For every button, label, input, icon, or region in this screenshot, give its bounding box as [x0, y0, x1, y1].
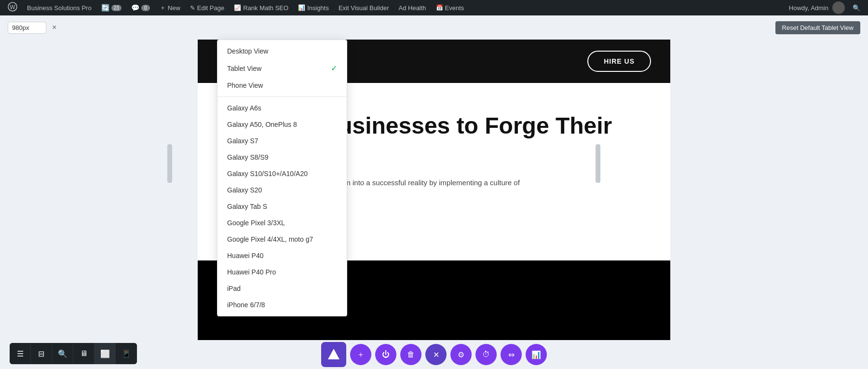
events-btn[interactable]: 📅 Events — [432, 0, 468, 15]
hero-title-visible: usinesses to Forge Their — [338, 113, 612, 138]
device-galaxy-s7[interactable]: Galaxy S7 — [217, 133, 347, 149]
edit-page-label: Edit Page — [197, 4, 224, 12]
insights-icon: 📊 — [298, 4, 305, 11]
mobile-icon-btn[interactable]: 📱 — [116, 343, 137, 364]
events-icon: 📅 — [436, 4, 443, 11]
tablet-view-label: Tablet View — [227, 65, 261, 72]
search-admin-icon: 🔍 — [853, 4, 860, 12]
updates-btn[interactable]: 🔄 23 — [97, 0, 125, 15]
wp-logo-btn[interactable]: W — [4, 0, 21, 15]
resize-handle-right[interactable] — [596, 144, 600, 183]
howdy-btn[interactable]: Howdy, Admin — [785, 1, 849, 14]
device-huawei-p40-pro-label: Huawei P40 Pro — [227, 268, 276, 276]
comments-btn[interactable]: 💬 0 — [127, 0, 154, 15]
device-huawei-p40-pro[interactable]: Huawei P40 Pro — [217, 264, 347, 280]
close-btn[interactable]: ✕ — [425, 344, 447, 365]
desktop-view-item[interactable]: Desktop View — [217, 43, 347, 59]
close-icon: ✕ — [433, 350, 439, 359]
grid-icon-btn[interactable]: ⊟ — [31, 343, 52, 364]
device-galaxy-s20[interactable]: Galaxy S20 — [217, 182, 347, 198]
device-iphone-678[interactable]: iPhone 6/7/8 — [217, 297, 347, 313]
dropdown-view-section: Desktop View Tablet View ✓ Phone View — [217, 40, 347, 97]
device-iphone-678-label: iPhone 6/7/8 — [227, 301, 265, 309]
timer-btn[interactable]: ⏱ — [475, 344, 497, 365]
device-galaxy-a50[interactable]: Galaxy A50, OnePlus 8 — [217, 116, 347, 133]
device-google-pixel-4-label: Google Pixel 4/4XL, moto g7 — [227, 235, 313, 243]
ad-health-label: Ad Health — [399, 4, 426, 12]
device-galaxy-s8s9[interactable]: Galaxy S8/S9 — [217, 149, 347, 165]
search-icon: 🔍 — [58, 349, 68, 358]
phone-view-item[interactable]: Phone View — [217, 77, 347, 94]
device-ipad-label: iPad — [227, 285, 241, 292]
width-input[interactable] — [8, 22, 46, 34]
add-element-btn[interactable]: ＋ — [350, 344, 371, 365]
settings-btn[interactable]: ⚙ — [450, 344, 472, 365]
resize-handle-left[interactable] — [167, 144, 172, 183]
hire-us-btn[interactable]: HIRE US — [587, 51, 651, 72]
tablet-view-item[interactable]: Tablet View ✓ — [217, 59, 347, 77]
tablet-icon: ⬜ — [100, 349, 110, 358]
rank-math-btn[interactable]: 📈 Rank Math SEO — [230, 0, 292, 15]
view-toolbar: × Reset Default Tablet View — [0, 15, 868, 40]
rank-math-label: Rank Math SEO — [243, 4, 288, 12]
device-google-pixel-3-label: Google Pixel 3/3XL — [227, 219, 285, 227]
device-google-pixel-4[interactable]: Google Pixel 4/4XL, moto g7 — [217, 231, 347, 247]
builder-toolbar: ☰ ⊟ 🔍 🖥 ⬜ 📱 ＋ — [0, 340, 868, 369]
desktop-icon-btn[interactable]: 🖥 — [73, 343, 95, 364]
preview-area: HIRE US We help Businesses to Forge Thei… — [0, 40, 868, 340]
timer-icon: ⏱ — [482, 350, 490, 359]
search-icon-btn[interactable]: 🔍 — [52, 343, 73, 364]
power-btn[interactable]: ⏻ — [375, 344, 396, 365]
site-name-btn[interactable]: Business Solutions Pro — [23, 0, 95, 15]
menu-icon: ☰ — [17, 349, 24, 358]
chart-btn[interactable]: 📊 — [526, 344, 547, 365]
power-icon: ⏻ — [382, 350, 390, 359]
tablet-view-check-icon: ✓ — [331, 64, 337, 73]
new-label: New — [168, 4, 180, 12]
reset-tablet-view-btn[interactable]: Reset Default Tablet View — [775, 21, 860, 34]
howdy-label: Howdy, Admin — [789, 4, 828, 12]
updates-icon: 🔄 — [101, 4, 109, 12]
device-google-pixel-3[interactable]: Google Pixel 3/3XL — [217, 215, 347, 231]
phone-view-label: Phone View — [227, 82, 263, 89]
device-huawei-p40[interactable]: Huawei P40 — [217, 247, 347, 264]
device-galaxy-a6s[interactable]: Galaxy A6s — [217, 100, 347, 116]
comments-icon: 💬 — [131, 4, 139, 12]
avatar — [832, 1, 845, 14]
exit-visual-builder-btn[interactable]: Exit Visual Builder — [335, 0, 393, 15]
admin-bar-right: Howdy, Admin 🔍 — [785, 1, 864, 14]
device-huawei-p40-label: Huawei P40 — [227, 252, 264, 260]
trash-btn[interactable]: 🗑 — [400, 344, 421, 365]
edit-page-btn[interactable]: ✎ Edit Page — [186, 0, 228, 15]
menu-icon-btn[interactable]: ☰ — [10, 343, 31, 364]
updates-badge: 23 — [111, 5, 122, 11]
rank-math-icon: 📈 — [234, 4, 241, 11]
device-galaxy-s10[interactable]: Galaxy S10/S10+/A10/A20 — [217, 165, 347, 182]
tablet-icon-btn[interactable]: ⬜ — [95, 343, 116, 364]
builder-logo[interactable] — [321, 342, 346, 367]
svg-marker-2 — [328, 349, 339, 359]
new-btn[interactable]: ＋ New — [156, 0, 184, 15]
add-icon: ＋ — [357, 350, 365, 360]
plus-icon: ＋ — [160, 3, 166, 12]
resize-icon: ⇔ — [508, 350, 515, 359]
clear-width-btn[interactable]: × — [50, 21, 58, 34]
trash-icon: 🗑 — [407, 350, 415, 359]
edit-icon: ✎ — [190, 4, 195, 12]
insights-btn[interactable]: 📊 Insights — [294, 0, 333, 15]
main-area: × Reset Default Tablet View HIRE US We h… — [0, 15, 868, 369]
desktop-icon: 🖥 — [80, 349, 88, 358]
device-galaxy-s7-label: Galaxy S7 — [227, 137, 258, 145]
device-ipad[interactable]: iPad — [217, 280, 347, 297]
admin-bar: W Business Solutions Pro 🔄 23 💬 0 ＋ New … — [0, 0, 868, 15]
device-galaxy-tab-s[interactable]: Galaxy Tab S — [217, 198, 347, 215]
events-label: Events — [445, 4, 464, 12]
search-admin-btn[interactable]: 🔍 — [849, 4, 864, 12]
device-galaxy-a6s-label: Galaxy A6s — [227, 104, 261, 112]
exit-vb-label: Exit Visual Builder — [339, 4, 389, 12]
view-icons: ☰ ⊟ 🔍 🖥 ⬜ 📱 — [10, 343, 137, 364]
resize-btn[interactable]: ⇔ — [501, 344, 522, 365]
ad-health-btn[interactable]: Ad Health — [395, 0, 430, 15]
builder-center: ＋ ⏻ 🗑 ✕ ⚙ ⏱ ⇔ 📊 — [321, 342, 547, 367]
insights-label: Insights — [307, 4, 329, 12]
